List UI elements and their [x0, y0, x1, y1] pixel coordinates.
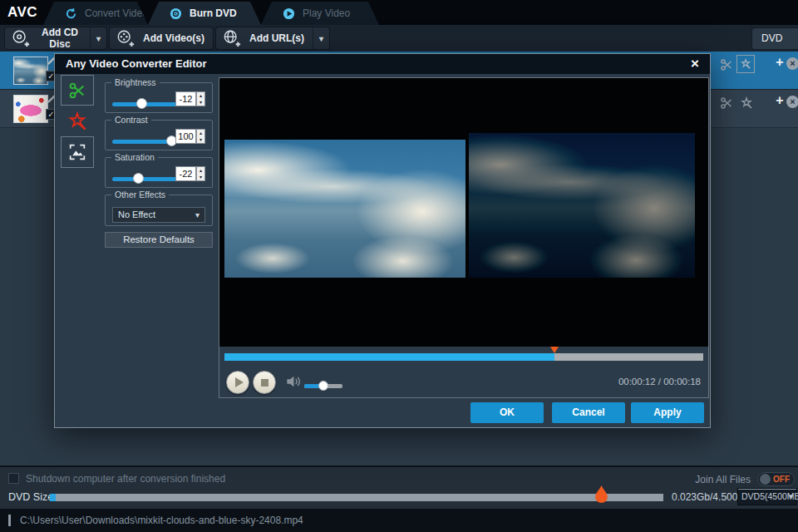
contrast-spinner[interactable]: ▴▾: [196, 129, 205, 144]
file-path: C:\Users\User\Downloads\mixkit-clouds-an…: [20, 515, 303, 526]
seek-bar[interactable]: [224, 353, 703, 361]
seek-marker[interactable]: [550, 347, 559, 353]
tool-tab-crop[interactable]: [61, 136, 94, 168]
effect-select[interactable]: No Effect ▾: [112, 207, 205, 223]
contrast-slider[interactable]: [112, 135, 177, 148]
preview-edited: [469, 133, 695, 278]
add-profile-icon[interactable]: +: [773, 55, 786, 68]
add-urls-label: Add URL(s): [241, 32, 313, 44]
video-thumbnail-clouds[interactable]: [13, 57, 48, 85]
play-button[interactable]: [226, 371, 249, 394]
effects-wand-button[interactable]: [736, 55, 755, 73]
remove-item-icon[interactable]: ×: [786, 96, 798, 108]
dvd-video-button[interactable]: DVD video: [752, 28, 798, 49]
toolbar: Add CD Disc ▾ Add Video(s) Add URL(s) ▾ …: [0, 25, 798, 52]
tab-convert-video[interactable]: Convert Video: [43, 2, 148, 25]
video-screen: [219, 78, 708, 347]
title-bar: AVC Convert Video Burn DVD Play Video: [0, 0, 798, 25]
burn-dvd-icon: [170, 7, 182, 20]
cd-disc-icon: [12, 29, 30, 47]
add-videos-label: Add Video(s): [135, 32, 213, 44]
add-profile-icon[interactable]: +: [773, 93, 786, 106]
ok-button[interactable]: OK: [470, 402, 544, 423]
bottom-panel: Shutdown computer after conversion finis…: [0, 466, 798, 509]
speaker-icon[interactable]: [286, 375, 301, 388]
dvd-size-fill: [50, 494, 56, 501]
add-videos-button[interactable]: Add Video(s): [110, 27, 213, 49]
saturation-thumb[interactable]: [133, 173, 144, 184]
spinner-up-icon[interactable]: ▴: [197, 130, 204, 136]
effects-wand-icon[interactable]: [740, 96, 753, 110]
saturation-group: Saturation ▴▾: [105, 157, 213, 188]
volume-thumb[interactable]: [318, 381, 328, 391]
tab-label: Burn DVD: [190, 7, 237, 19]
time-display: 00:00:12 / 00:00:18: [618, 377, 701, 387]
brightness-slider[interactable]: [112, 97, 177, 111]
remove-item-icon[interactable]: ×: [786, 57, 798, 70]
spinner-up-icon[interactable]: ▴: [197, 167, 204, 174]
effects-wand-icon: [740, 58, 751, 70]
play-icon: [235, 377, 244, 387]
add-video-icon: [116, 29, 135, 47]
cancel-button[interactable]: Cancel: [552, 402, 625, 423]
restore-defaults-button[interactable]: Restore Defaults: [105, 232, 213, 248]
shutdown-label: Shutdown computer after conversion finis…: [26, 473, 225, 485]
brightness-spinner[interactable]: ▴▾: [196, 91, 205, 106]
tab-label: Convert Video: [85, 7, 148, 19]
close-icon[interactable]: ×: [687, 57, 702, 71]
seek-progress: [224, 353, 554, 361]
contrast-group: Contrast ▴▾: [105, 120, 213, 150]
scissors-icon: [68, 81, 86, 100]
dvd-capacity-marker[interactable]: [595, 485, 608, 503]
dvd-type-select[interactable]: DVD5(4500MB) ▾: [738, 489, 796, 505]
contrast-value-input[interactable]: [175, 129, 196, 144]
volume-slider[interactable]: [304, 380, 342, 392]
add-cd-disc-button[interactable]: Add CD Disc ▾: [5, 27, 106, 49]
apply-button[interactable]: Apply: [631, 402, 704, 423]
app-window: AVC Convert Video Burn DVD Play Video Ad…: [0, 0, 798, 532]
chevron-down-icon: ▾: [789, 489, 793, 505]
add-urls-button[interactable]: Add URL(s) ▾: [216, 27, 329, 49]
saturation-track[interactable]: [112, 177, 177, 181]
dvd-size-slider[interactable]: [50, 494, 663, 501]
toggle-state-label: OFF: [773, 473, 790, 486]
add-cd-dropdown-arrow[interactable]: ▾: [90, 27, 106, 49]
toggle-knob[interactable]: [760, 474, 771, 485]
app-logo: AVC: [7, 0, 37, 25]
trim-icon[interactable]: [720, 96, 733, 110]
convert-icon: [65, 7, 77, 20]
dvd-size-label: DVD Size:: [8, 491, 57, 503]
stop-icon: [261, 379, 268, 387]
brightness-thumb[interactable]: [136, 98, 147, 109]
add-url-dropdown-arrow[interactable]: ▾: [313, 27, 329, 49]
status-accent-bar: [8, 515, 11, 526]
stop-button[interactable]: [253, 371, 276, 394]
preview-panel: 00:00:12 / 00:00:18: [219, 77, 709, 398]
spinner-down-icon[interactable]: ▾: [197, 174, 204, 180]
dialog-title: Any Video Converter Editor: [55, 54, 710, 74]
other-effects-group: Other Effects No Effect ▾: [105, 195, 213, 226]
brightness-label: Brightness: [111, 77, 160, 87]
contrast-label: Contrast: [111, 115, 151, 125]
brightness-value-input[interactable]: [175, 91, 196, 106]
tool-tab-effects[interactable]: [61, 106, 94, 135]
join-all-files-label: Join All Files: [695, 474, 751, 485]
spinner-down-icon[interactable]: ▾: [197, 99, 204, 106]
brightness-group: Brightness ▴▾: [105, 82, 213, 113]
tab-play-video[interactable]: Play Video: [261, 2, 379, 25]
saturation-slider[interactable]: [112, 172, 177, 185]
saturation-value-input[interactable]: [175, 166, 196, 181]
tab-burn-dvd[interactable]: Burn DVD: [148, 2, 261, 25]
trim-icon[interactable]: [720, 58, 733, 71]
tab-label: Play Video: [303, 7, 350, 19]
tool-tab-trim[interactable]: [61, 75, 94, 106]
spinner-up-icon[interactable]: ▴: [197, 92, 204, 99]
join-all-files-toggle[interactable]: OFF: [757, 472, 795, 486]
spinner-down-icon[interactable]: ▾: [197, 136, 204, 143]
video-thumbnail-graphic[interactable]: [13, 95, 48, 123]
saturation-label: Saturation: [111, 152, 158, 162]
crop-icon: [69, 144, 86, 160]
saturation-spinner[interactable]: ▴▾: [196, 166, 205, 181]
magic-wand-icon: [67, 111, 87, 131]
shutdown-checkbox[interactable]: [8, 473, 19, 484]
